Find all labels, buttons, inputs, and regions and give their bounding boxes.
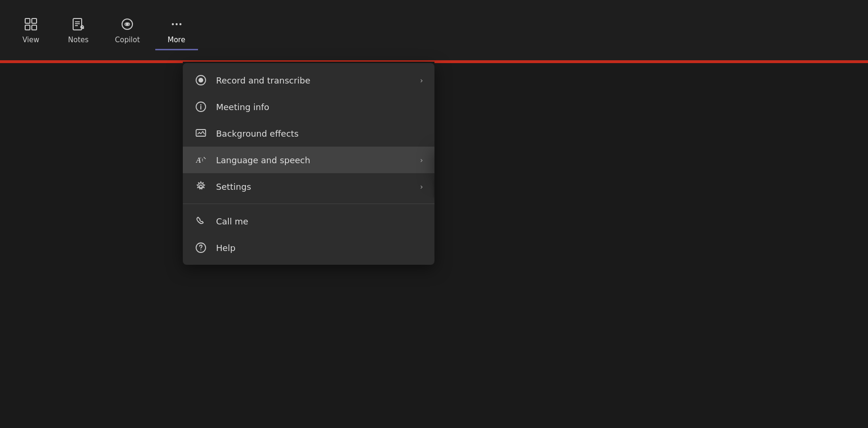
red-line-right [434, 62, 868, 63]
toolbar-item-more[interactable]: More [155, 13, 198, 49]
menu-section-main: Record and transcribe › Meeting info [183, 63, 434, 204]
svg-rect-2 [25, 25, 30, 30]
menu-item-help[interactable]: Help [183, 234, 434, 261]
toolbar-item-view[interactable]: View [9, 13, 52, 49]
toolbar: View Notes Copilot [0, 0, 868, 62]
language-chevron: › [420, 156, 423, 165]
menu-section-secondary: Call me Help [183, 204, 434, 265]
more-label: More [168, 36, 185, 44]
dropdown-menu: Record and transcribe › Meeting info [183, 63, 434, 265]
menu-item-call-me[interactable]: Call me [183, 208, 434, 234]
menu-item-record[interactable]: Record and transcribe › [183, 67, 434, 93]
copilot-icon [121, 18, 134, 33]
svg-point-11 [171, 23, 173, 25]
language-icon: A ʼt [194, 153, 208, 167]
help-label: Help [216, 243, 423, 253]
svg-rect-3 [32, 25, 37, 30]
record-icon [194, 74, 208, 87]
svg-point-18 [200, 104, 202, 106]
meeting-info-icon [194, 100, 208, 113]
more-icon [170, 18, 183, 33]
svg-rect-4 [73, 19, 82, 30]
svg-line-22 [204, 157, 206, 159]
toolbar-item-copilot[interactable]: Copilot [104, 13, 151, 49]
notes-label: Notes [68, 36, 88, 44]
copilot-label: Copilot [115, 36, 140, 44]
svg-rect-19 [196, 130, 206, 136]
svg-rect-1 [32, 19, 37, 23]
record-chevron: › [420, 76, 423, 85]
meeting-info-label: Meeting info [216, 102, 423, 112]
language-label: Language and speech [216, 155, 412, 165]
notes-icon [72, 18, 85, 33]
toolbar-item-notes[interactable]: Notes [57, 13, 100, 49]
phone-icon [194, 214, 208, 228]
main-content: Record and transcribe › Meeting info [0, 62, 868, 428]
view-icon [24, 18, 38, 33]
svg-point-27 [200, 250, 201, 251]
call-me-label: Call me [216, 216, 423, 226]
help-icon [194, 241, 208, 254]
settings-icon [194, 180, 208, 193]
menu-item-language[interactable]: A ʼt Language and speech › CC [183, 147, 434, 173]
settings-label: Settings [216, 182, 412, 192]
settings-chevron: › [420, 182, 423, 191]
menu-item-meeting-info[interactable]: Meeting info [183, 93, 434, 120]
menu-item-background[interactable]: Background effects [183, 120, 434, 147]
svg-point-12 [175, 23, 177, 25]
svg-text:ʼt: ʼt [200, 157, 203, 162]
record-label: Record and transcribe [216, 75, 412, 85]
svg-point-10 [126, 23, 129, 26]
view-label: View [22, 36, 39, 44]
svg-point-13 [179, 23, 181, 25]
red-line-left [0, 62, 183, 63]
menu-item-settings[interactable]: Settings › [183, 173, 434, 200]
background-icon [194, 127, 208, 140]
svg-point-15 [198, 78, 203, 83]
background-label: Background effects [216, 129, 423, 139]
svg-rect-0 [25, 19, 30, 23]
